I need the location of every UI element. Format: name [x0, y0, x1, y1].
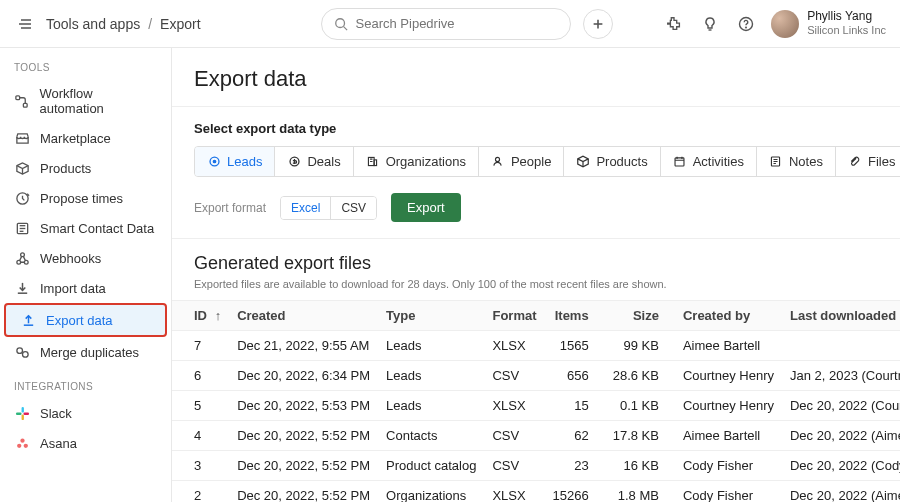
sidebar-item-label: Products [40, 161, 91, 176]
type-tab-label: People [511, 154, 551, 169]
type-tab-label: Organizations [386, 154, 466, 169]
cell-created-by: Courtney Henry [675, 391, 782, 421]
type-tab-people[interactable]: People [479, 147, 564, 176]
cell-created: Dec 20, 2022, 5:53 PM [229, 391, 378, 421]
sidebar-item-workflow-automation[interactable]: Workflow automation [0, 79, 171, 123]
note-icon [769, 155, 783, 169]
svg-point-3 [335, 18, 344, 27]
svg-rect-11 [24, 103, 28, 107]
quick-add-button[interactable] [583, 9, 613, 39]
extensions-icon[interactable] [663, 13, 685, 35]
cell-created-by: Courtney Henry [675, 361, 782, 391]
sidebar-item-propose-times[interactable]: Propose times [0, 183, 171, 213]
table-row[interactable]: 4Dec 20, 2022, 5:52 PMContactsCSV6217.8 … [172, 421, 900, 451]
cell-items: 15266 [545, 481, 605, 503]
table-row[interactable]: 6Dec 20, 2022, 6:34 PMLeadsCSV65628.6 KB… [172, 361, 900, 391]
sidebar-item-slack[interactable]: Slack [0, 398, 171, 428]
cell-format: XLSX [484, 391, 544, 421]
cell-items: 23 [545, 451, 605, 481]
box-icon [576, 155, 590, 169]
type-tab-label: Notes [789, 154, 823, 169]
clip-icon [848, 155, 862, 169]
type-tab-activities[interactable]: Activities [661, 147, 757, 176]
sidebar-item-webhooks[interactable]: Webhooks [0, 243, 171, 273]
cell-created: Dec 21, 2022, 9:55 AM [229, 331, 378, 361]
table-row[interactable]: 2Dec 20, 2022, 5:52 PMOrganizationsXLSX1… [172, 481, 900, 503]
merge-icon [14, 344, 30, 360]
type-tab-deals[interactable]: Deals [275, 147, 353, 176]
cell-id: 2 [172, 481, 229, 503]
cell-id: 6 [172, 361, 229, 391]
col-format[interactable]: Format [484, 301, 544, 331]
table-row[interactable]: 7Dec 21, 2022, 9:55 AMLeadsXLSX156599 KB… [172, 331, 900, 361]
table-row[interactable]: 3Dec 20, 2022, 5:52 PMProduct catalogCSV… [172, 451, 900, 481]
sidebar-item-label: Workflow automation [40, 86, 157, 116]
store-icon [14, 130, 30, 146]
col-size[interactable]: Size [605, 301, 675, 331]
user-company: Silicon Links Inc [807, 24, 886, 37]
export-button[interactable]: Export [391, 193, 461, 222]
sidebar-item-import-data[interactable]: Import data [0, 273, 171, 303]
breadcrumb-separator: / [148, 16, 152, 32]
type-tab-leads[interactable]: Leads [195, 147, 275, 176]
cell-type: Leads [378, 361, 484, 391]
webhook-icon [14, 250, 30, 266]
menu-icon[interactable] [14, 13, 36, 35]
sidebar-item-label: Smart Contact Data [40, 221, 154, 236]
type-tab-notes[interactable]: Notes [757, 147, 836, 176]
search-input[interactable] [356, 16, 558, 31]
svg-rect-23 [15, 412, 21, 414]
col-id[interactable]: ID ↑ [172, 301, 229, 331]
table-row[interactable]: 5Dec 20, 2022, 5:53 PMLeadsXLSX150.1 KBC… [172, 391, 900, 421]
cell-last-downloaded: Dec 20, 2022 (Aimee Bartell) [782, 421, 900, 451]
col-last-downloaded[interactable]: Last downloaded [782, 301, 900, 331]
svg-point-30 [213, 160, 215, 162]
sidebar-item-label: Import data [40, 281, 106, 296]
cell-id: 4 [172, 421, 229, 451]
export-type-tabs: LeadsDealsOrganizationsPeopleProductsAct… [194, 146, 900, 177]
svg-point-9 [746, 27, 747, 28]
search-icon [334, 17, 348, 31]
sidebar-item-merge-duplicates[interactable]: Merge duplicates [0, 337, 171, 367]
sidebar-item-smart-contact-data[interactable]: Smart Contact Data [0, 213, 171, 243]
sidebar-item-asana[interactable]: Asana [0, 428, 171, 458]
col-items[interactable]: Items [545, 301, 605, 331]
cell-size: 28.6 KB [605, 361, 675, 391]
global-search[interactable] [321, 8, 571, 40]
leads-icon [207, 155, 221, 169]
cell-format: CSV [484, 361, 544, 391]
col-created[interactable]: Created [229, 301, 378, 331]
type-tab-products[interactable]: Products [564, 147, 660, 176]
lightbulb-icon[interactable] [699, 13, 721, 35]
sidebar-item-marketplace[interactable]: Marketplace [0, 123, 171, 153]
cell-items: 15 [545, 391, 605, 421]
sidebar-item-export-data[interactable]: Export data [4, 303, 167, 337]
col-created-by[interactable]: Created by [675, 301, 782, 331]
cell-size: 1.8 MB [605, 481, 675, 503]
svg-point-21 [22, 351, 28, 357]
user-menu[interactable]: Phyllis Yang Silicon Links Inc [771, 10, 886, 38]
cell-id: 5 [172, 391, 229, 421]
breadcrumb-parent[interactable]: Tools and apps [46, 16, 140, 32]
sidebar-item-label: Marketplace [40, 131, 111, 146]
import-icon [14, 280, 30, 296]
breadcrumb: Tools and apps / Export [46, 16, 201, 32]
format-excel[interactable]: Excel [281, 197, 330, 219]
avatar [771, 10, 799, 38]
col-type[interactable]: Type [378, 301, 484, 331]
svg-point-17 [16, 260, 20, 264]
sidebar-item-products[interactable]: Products [0, 153, 171, 183]
type-tab-label: Activities [693, 154, 744, 169]
asana-icon [14, 435, 30, 451]
sidebar-item-label: Propose times [40, 191, 123, 206]
type-tab-organizations[interactable]: Organizations [354, 147, 479, 176]
svg-rect-10 [16, 95, 20, 99]
type-tab-files[interactable]: Files [836, 147, 900, 176]
format-csv[interactable]: CSV [330, 197, 376, 219]
cell-created: Dec 20, 2022, 5:52 PM [229, 451, 378, 481]
type-tab-label: Deals [307, 154, 340, 169]
cell-type: Product catalog [378, 451, 484, 481]
cal-icon [673, 155, 687, 169]
help-icon[interactable] [735, 13, 757, 35]
svg-rect-22 [21, 406, 23, 412]
